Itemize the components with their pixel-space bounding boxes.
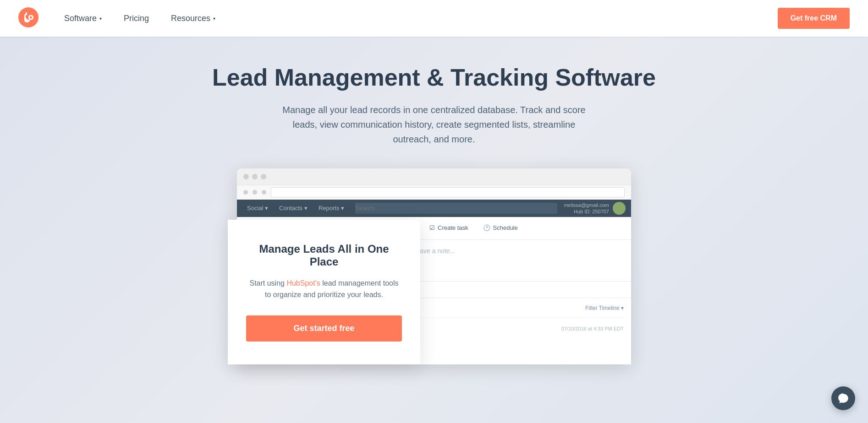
main-nav: Software ▾ Pricing Resources ▾ Get free …: [0, 0, 868, 37]
browser-dot-red: [243, 174, 249, 179]
nav-pricing[interactable]: Pricing: [113, 14, 160, 23]
hero-title: Lead Management & Tracking Software: [18, 64, 850, 92]
nav-software[interactable]: Software ▾: [53, 14, 113, 23]
hero-section: Lead Management & Tracking Software Mana…: [0, 37, 868, 423]
crm-search-input[interactable]: [355, 203, 557, 214]
crm-nav-reports[interactable]: Reports ▾: [314, 203, 349, 213]
logo[interactable]: [18, 7, 38, 29]
left-card-title: Manage Leads All in One Place: [246, 243, 402, 268]
get-free-crm-button[interactable]: Get free CRM: [778, 8, 850, 29]
get-started-free-button[interactable]: Get started free: [246, 315, 402, 342]
crm-filter-timeline[interactable]: Filter Timeline ▾: [585, 305, 624, 311]
crm-hub-id: Hub ID: 250707: [564, 208, 609, 215]
browser-dot-yellow: [252, 174, 258, 179]
browser-titlebar: [237, 168, 631, 185]
nav-resources[interactable]: Resources ▾: [160, 14, 226, 23]
browser-dot-green: [261, 174, 266, 179]
chat-support-button[interactable]: [831, 386, 855, 410]
crm-tab-create-task[interactable]: ☑ Create task: [422, 222, 475, 235]
crm-nav: Social ▾ Contacts ▾ Reports ▾ melissa@gm…: [237, 200, 631, 217]
crm-nav-social[interactable]: Social ▾: [242, 203, 273, 213]
hubspot-link[interactable]: HubSpot's: [286, 279, 320, 287]
left-card: Manage Leads All in One Place Start usin…: [228, 220, 420, 364]
crm-user-email: melissa@gmail.com: [564, 202, 609, 208]
crm-user-avatar: [613, 202, 626, 215]
chevron-down-icon: ▾: [213, 16, 215, 21]
hero-subtitle: Manage all your lead records in one cent…: [278, 103, 590, 146]
url-bar: [271, 187, 625, 197]
addr-dot-2: [253, 190, 257, 195]
browser-mockup: Manage Leads All in One Place Start usin…: [228, 168, 640, 364]
schedule-icon: 🕐: [483, 224, 490, 231]
crm-user-info: melissa@gmail.com Hub ID: 250707: [564, 202, 609, 215]
chevron-down-icon: ▾: [99, 16, 102, 21]
crm-nav-contacts[interactable]: Contacts ▾: [275, 203, 312, 213]
crm-tab-schedule[interactable]: 🕐 Schedule: [476, 222, 525, 235]
nav-links: Software ▾ Pricing Resources ▾: [53, 14, 778, 23]
chat-icon: [837, 392, 849, 404]
left-card-text: Start using HubSpot's lead management to…: [246, 277, 402, 301]
task-icon: ☑: [429, 224, 435, 231]
addr-dot-3: [262, 190, 266, 195]
crm-event-time: 07/10/2016 at 4:33 PM EDT: [561, 326, 624, 331]
addr-dot-1: [243, 190, 248, 195]
browser-addressbar: [237, 185, 631, 200]
